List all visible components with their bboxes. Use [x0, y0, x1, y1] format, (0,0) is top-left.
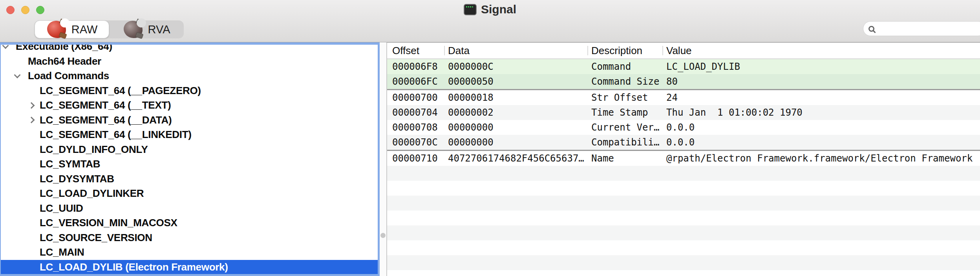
cell-description: Str Offset — [587, 90, 662, 105]
minimize-button[interactable] — [21, 6, 29, 14]
tree-item-label: LC_DYLD_INFO_ONLY — [40, 143, 148, 155]
cell-offset: 00000710 — [387, 151, 444, 166]
cell-data: 00000000 — [444, 120, 587, 135]
segment-rva[interactable]: RVA — [109, 20, 184, 38]
tree-item-segment-linkedit[interactable]: LC_SEGMENT_64 (__LINKEDIT) — [1, 127, 378, 142]
cell-data: 4072706174682F456C65637… — [444, 151, 587, 166]
tree-item-label: LC_SOURCE_VERSION — [40, 232, 152, 243]
tree-item-segment-data[interactable]: LC_SEGMENT_64 (__DATA) — [1, 113, 378, 128]
tree-item-label: Executable (X86_64) — [16, 42, 112, 52]
executable-file-icon — [464, 4, 477, 15]
tree-item-label: LC_VERSION_MIN_MACOSX — [40, 217, 177, 229]
cell-offset: 00000700 — [387, 90, 444, 105]
tree-item-label: LC_MAIN — [40, 246, 84, 258]
tree-item-label: LC_SEGMENT_64 (__PAGEZERO) — [40, 85, 201, 96]
apple-gray-icon — [123, 18, 145, 39]
cell-data: 00000000 — [444, 135, 587, 150]
table-row[interactable]: 00000700 00000018 Str Offset 24 — [387, 90, 980, 105]
cell-data: 00000002 — [444, 105, 587, 120]
tree-sidebar: Executable (X86_64) Mach64 Header Load C… — [0, 42, 380, 276]
cell-description: Command — [587, 59, 662, 74]
segment-raw-label: RAW — [71, 23, 98, 36]
cell-offset: 000006F8 — [387, 59, 444, 74]
tree-item-label: LC_DYSYMTAB — [40, 173, 114, 185]
tree-item-dyld-info-only[interactable]: LC_DYLD_INFO_ONLY — [1, 142, 378, 157]
segment-rva-label: RVA — [148, 23, 170, 36]
tree-item-version-min-macosx[interactable]: LC_VERSION_MIN_MACOSX — [1, 216, 378, 231]
raw-rva-segmented-control: RAW RVA — [35, 20, 184, 38]
cell-value: LC_LOAD_DYLIB — [662, 59, 980, 74]
tree-item-label: LC_SYMTAB — [40, 158, 100, 170]
column-header-data: Data — [444, 43, 587, 58]
cell-value: 0.0.0 — [662, 135, 980, 150]
tree-item-label: LC_SEGMENT_64 (__LINKEDIT) — [40, 129, 192, 140]
pane-splitter[interactable] — [380, 42, 386, 276]
table-row[interactable]: 000006FC 00000050 Command Size 80 — [387, 74, 980, 90]
close-button[interactable] — [6, 6, 15, 14]
cell-value: 0.0.0 — [662, 120, 980, 135]
tree-item-load-commands[interactable]: Load Commands — [1, 69, 378, 84]
cell-value: Thu Jan 1 01:00:02 1970 — [662, 105, 980, 120]
window-title-area: Signal — [464, 3, 516, 16]
table-row[interactable]: 00000704 00000002 Time Stamp Thu Jan 1 0… — [387, 105, 980, 120]
cell-value: 80 — [662, 74, 980, 89]
tree-item-load-dylinker[interactable]: LC_LOAD_DYLINKER — [1, 186, 378, 201]
chevron-down-icon[interactable] — [14, 72, 21, 78]
tree-item-label: LC_SEGMENT_64 (__TEXT) — [40, 99, 171, 111]
tree-item-dysymtab[interactable]: LC_DYSYMTAB — [1, 172, 378, 187]
cell-description: Name — [587, 151, 662, 166]
tree-item-label: LC_LOAD_DYLIB (Electron Framework) — [40, 261, 228, 273]
column-header-description: Description — [587, 43, 662, 58]
tree-item-source-version[interactable]: LC_SOURCE_VERSION — [1, 231, 378, 245]
tree-item-segment-pagezero[interactable]: LC_SEGMENT_64 (__PAGEZERO) — [1, 84, 378, 98]
tree-item-load-dylib-electron-selected[interactable]: LC_LOAD_DYLIB (Electron Framework) — [1, 260, 378, 275]
cell-data: 0000000C — [444, 59, 587, 74]
cell-value: 24 — [662, 90, 980, 105]
chevron-right-icon[interactable] — [28, 102, 35, 109]
cell-value: @rpath/Electron Framework.framework/Elec… — [662, 151, 980, 166]
tree-item-label: LC_SEGMENT_64 (__DATA) — [40, 114, 172, 126]
column-header-value: Value — [662, 43, 980, 58]
cell-data: 00000018 — [444, 90, 587, 105]
column-header-offset: Offset — [387, 43, 444, 58]
search-input[interactable] — [879, 23, 980, 35]
tree-item-main[interactable]: LC_MAIN — [1, 245, 378, 260]
tree-item-segment-text[interactable]: LC_SEGMENT_64 (__TEXT) — [1, 98, 378, 113]
table-row[interactable]: 00000710 4072706174682F456C65637… Name @… — [387, 151, 980, 166]
search-icon — [868, 26, 874, 32]
tree-item-mach64-header[interactable]: Mach64 Header — [1, 54, 378, 69]
tree-item-label: Load Commands — [28, 70, 109, 82]
titlebar: Signal RAW RVA — [0, 0, 980, 42]
cell-offset: 000006FC — [387, 74, 444, 89]
window-title: Signal — [481, 3, 516, 16]
cell-offset: 0000070C — [387, 135, 444, 150]
detail-table: Offset Data Description Value 000006F8 0… — [386, 42, 980, 276]
cell-description: Compatibili… — [587, 135, 662, 150]
cell-description: Current Ver… — [587, 120, 662, 135]
cell-offset: 00000704 — [387, 105, 444, 120]
tree-item-label: Mach64 Header — [28, 55, 101, 67]
empty-rows-area — [387, 166, 980, 276]
cell-description: Time Stamp — [587, 105, 662, 120]
tree-item-symtab[interactable]: LC_SYMTAB — [1, 157, 378, 172]
search-field[interactable] — [863, 21, 980, 36]
tree-item-uuid[interactable]: LC_UUID — [1, 201, 378, 216]
segment-raw[interactable]: RAW — [35, 20, 109, 38]
tree-item-label: LC_LOAD_DYLINKER — [40, 187, 144, 199]
apple-icon — [46, 18, 68, 39]
tree-item-label: LC_UUID — [40, 202, 83, 214]
table-row[interactable]: 0000070C 00000000 Compatibili… 0.0.0 — [387, 135, 980, 151]
traffic-lights — [6, 6, 44, 14]
load-commands-tree: Executable (X86_64) Mach64 Header Load C… — [1, 42, 378, 274]
cell-data: 00000050 — [444, 74, 587, 89]
splitter-handle-icon[interactable] — [380, 233, 386, 238]
zoom-button[interactable] — [36, 6, 44, 14]
cell-description: Command Size — [587, 74, 662, 89]
table-row[interactable]: 000006F8 0000000C Command LC_LOAD_DYLIB — [387, 59, 980, 74]
tree-item-executable[interactable]: Executable (X86_64) — [1, 42, 378, 54]
table-row[interactable]: 00000708 00000000 Current Ver… 0.0.0 — [387, 120, 980, 135]
chevron-right-icon[interactable] — [28, 117, 35, 123]
cell-offset: 00000708 — [387, 120, 444, 135]
chevron-down-icon[interactable] — [2, 42, 9, 49]
table-header-row: Offset Data Description Value — [387, 43, 980, 59]
